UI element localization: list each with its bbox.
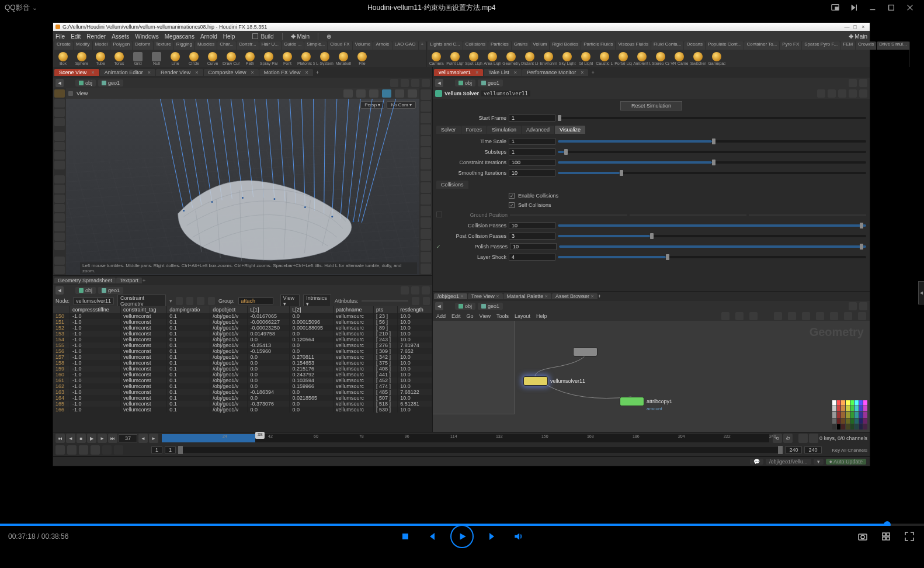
geo-col-dopobject[interactable]: dopobject xyxy=(210,306,248,313)
net-disp1-icon[interactable] xyxy=(774,312,782,320)
palette-swatch[interactable] xyxy=(863,418,867,424)
palette-swatch[interactable] xyxy=(846,406,850,411)
disp-uv[interactable] xyxy=(421,124,431,135)
playhead[interactable]: 38 xyxy=(255,432,265,439)
path-back[interactable]: ◄ xyxy=(55,79,64,87)
tl-play[interactable]: ▶ xyxy=(87,434,96,443)
shelf-left-tab-2[interactable]: Model xyxy=(93,41,110,50)
tool-scale[interactable] xyxy=(54,151,65,160)
tab-close-icon[interactable]: × xyxy=(195,70,198,75)
palette-swatch[interactable] xyxy=(846,418,850,424)
cpass-slider[interactable] xyxy=(558,224,866,227)
disp-c[interactable] xyxy=(421,159,431,169)
shelf-tool-grid[interactable]: Grid xyxy=(129,51,147,66)
palette-swatch[interactable] xyxy=(863,412,867,417)
palette-swatch[interactable] xyxy=(837,412,841,417)
path-geo1[interactable]: geo1 xyxy=(98,79,123,86)
pcpass-slider[interactable] xyxy=(558,235,866,237)
table-row[interactable]: 165-1.0vellumconst0.1/obj/geo1/v-0.37307… xyxy=(53,401,432,407)
disp-norm[interactable] xyxy=(421,101,431,112)
net-tab-tree-view[interactable]: Tree View × xyxy=(468,293,503,299)
tl-global1[interactable] xyxy=(55,445,65,455)
parm-search-icon[interactable] xyxy=(838,89,846,98)
tool-pose[interactable] xyxy=(54,161,65,169)
shelf-light-sky-light[interactable]: Sky Light xyxy=(558,51,576,66)
video-fullscreen-button[interactable] xyxy=(903,530,916,543)
shelf-left-tab-10[interactable]: Hair U... xyxy=(259,41,281,50)
parm-tab-forces[interactable]: Forces xyxy=(461,126,487,134)
shelf-tool-torus[interactable]: Torus xyxy=(110,51,128,66)
hou-maximize[interactable]: □ xyxy=(851,24,859,30)
video-play-button[interactable] xyxy=(450,525,474,548)
shelf-light-environment-light[interactable]: Environment Light xyxy=(540,51,557,66)
tool-snap[interactable] xyxy=(54,175,65,183)
palette-swatch[interactable] xyxy=(863,406,867,411)
scene-tab-scene-view[interactable]: Scene View× xyxy=(54,69,99,76)
tool-lasso[interactable] xyxy=(54,118,65,126)
net-tools[interactable]: Tools xyxy=(496,313,509,319)
disp-pts[interactable] xyxy=(421,89,431,100)
table-row[interactable]: 160-1.0vellumconst0.1/obj/geo1/v0.00.243… xyxy=(53,372,432,377)
cpass-input[interactable]: 10 xyxy=(509,222,555,229)
tl-next-key[interactable]: ► xyxy=(98,434,107,443)
collisions-subtab[interactable]: Collisions xyxy=(436,181,468,189)
shelf-left-tab-5[interactable]: Texture xyxy=(154,41,173,50)
table-row[interactable]: 157-1.0vellumconst0.1/obj/geo1/v0.00.270… xyxy=(53,354,432,360)
self-coll-check[interactable]: ✓ xyxy=(509,202,515,208)
shelf-right-tab-15[interactable]: Crowds xyxy=(856,41,876,50)
shelf-left-tab-8[interactable]: Char... xyxy=(217,41,236,50)
net-pin-icon[interactable] xyxy=(849,302,857,310)
net-tab--obj-geo1[interactable]: /obj/geo1 × xyxy=(434,293,467,299)
table-row[interactable]: 150-1.0vellumconst0.1/obj/geo1/v-0.01670… xyxy=(53,313,432,319)
geo-col-restlength[interactable]: restlength xyxy=(398,306,432,313)
disp-e[interactable] xyxy=(421,194,431,205)
net-disp6-icon[interactable] xyxy=(844,312,852,320)
table-row[interactable]: 153-1.0vellumconst0.1/obj/geo1/v0.014975… xyxy=(53,331,432,337)
status-chat-icon[interactable]: 💬 xyxy=(750,459,763,465)
parm-tab-simulation[interactable]: Simulation xyxy=(487,126,521,134)
net-go[interactable]: Go xyxy=(467,313,474,319)
shelf-right-tab-0[interactable]: Lights and C... xyxy=(428,41,463,50)
parm-tab-solver[interactable]: Solver xyxy=(436,126,461,134)
range-start[interactable]: 1 xyxy=(151,446,162,453)
table-row[interactable]: 154-1.0vellumconst0.1/obj/geo1/v0.00.120… xyxy=(53,337,432,342)
path-link-icon[interactable] xyxy=(401,79,409,87)
status-path[interactable]: /obj/geo1/vellu... xyxy=(766,459,811,465)
network-minimap[interactable] xyxy=(433,321,515,414)
geo-path-obj[interactable]: obj xyxy=(75,287,96,294)
disp-b[interactable] xyxy=(421,147,431,158)
tool-misc1[interactable] xyxy=(54,204,65,212)
net-disp2-icon[interactable] xyxy=(788,312,796,320)
tl-current-frame[interactable]: 37 xyxy=(119,434,137,442)
shelf-left-tab-1[interactable]: Modify xyxy=(74,41,92,50)
net-add-tab[interactable]: + xyxy=(598,293,601,299)
palette-swatch[interactable] xyxy=(832,412,836,417)
shelf-left-tab-15[interactable]: Arnole xyxy=(373,41,391,50)
geo-pin-icon[interactable] xyxy=(401,286,409,295)
geo-col-idx[interactable] xyxy=(53,306,70,313)
palette-swatch[interactable] xyxy=(859,406,863,411)
tl-last[interactable]: ⏭ xyxy=(108,434,117,443)
vp-other-toggle[interactable] xyxy=(408,89,417,98)
shelf-right-tab-11[interactable]: Container To... xyxy=(744,41,779,50)
palette-swatch[interactable] xyxy=(854,424,859,430)
palette-swatch[interactable] xyxy=(854,406,859,411)
shelf-light-point-light[interactable]: Point Light xyxy=(446,51,464,66)
vp-cplane-toggle[interactable] xyxy=(395,89,404,98)
net-add[interactable]: Add xyxy=(436,313,446,319)
tl-keyall[interactable]: Key All Channels xyxy=(832,448,867,453)
ground-x[interactable] xyxy=(510,214,627,216)
tl-opt1[interactable] xyxy=(798,434,808,443)
path-obj[interactable]: obj xyxy=(75,79,96,86)
substeps-slider[interactable] xyxy=(558,151,866,153)
table-row[interactable]: 152-1.0vellumconst0.1/obj/geo1/v-0.00023… xyxy=(53,325,432,331)
disp-abc[interactable] xyxy=(421,171,431,181)
table-row[interactable]: 156-1.0vellumconst0.1/obj/geo1/v-0.15960… xyxy=(53,348,432,354)
menu-arnold[interactable]: Arnold xyxy=(200,33,217,40)
tl-realtime[interactable]: ⏱ xyxy=(783,434,793,443)
parm-filter-icon[interactable] xyxy=(828,89,836,98)
shelf-left-tab-3[interactable]: Polygon xyxy=(110,41,132,50)
ground-z[interactable] xyxy=(749,214,866,216)
shelf-tool-path[interactable]: Path xyxy=(241,51,259,66)
palette-swatch[interactable] xyxy=(863,400,867,406)
